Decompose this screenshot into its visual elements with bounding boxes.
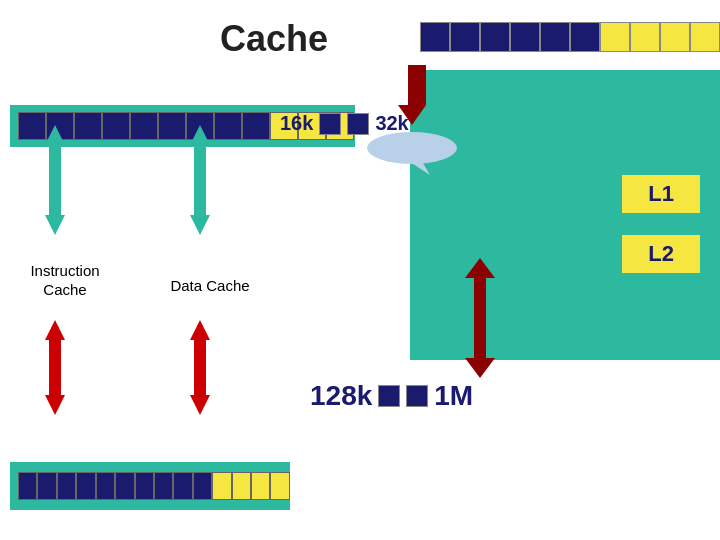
16k-text: 16k: [280, 112, 313, 135]
red-arrow-down-data-bot: [190, 395, 210, 415]
size-label-128k: 128k 1M: [310, 380, 473, 412]
l1-label: L1: [622, 175, 700, 213]
128k-text: 128k: [310, 380, 372, 412]
page-title: Cache: [220, 18, 328, 60]
data-cache-box: Data Cache: [155, 265, 265, 305]
top-right-decoration: [420, 22, 720, 52]
deco-sq-1: [420, 22, 450, 52]
data-cache-label: Data Cache: [170, 277, 249, 294]
deco-sq-4: [510, 22, 540, 52]
deco-sq-3: [480, 22, 510, 52]
deco-sq-9: [660, 22, 690, 52]
main-cache-box: [410, 70, 720, 360]
teal-shaft-instr: [49, 145, 61, 215]
teal-arrow-down-data: [190, 215, 210, 235]
red-arrow-up-instr-bot: [45, 320, 65, 340]
size-label-16k: 16k 32k: [280, 112, 409, 135]
page-container: Cache L1 L2: [0, 0, 720, 540]
l2-label: L2: [622, 235, 700, 273]
deco-sq-2: [450, 22, 480, 52]
32k-text: 32k: [375, 112, 408, 135]
1m-text: 1M: [434, 380, 473, 412]
16k-sq-dark: [319, 113, 341, 135]
red-arrow-up-data-bot: [190, 320, 210, 340]
deco-sq-5: [540, 22, 570, 52]
instruction-cache-box: Instruction Cache: [10, 250, 120, 310]
128k-sq-dark: [378, 385, 400, 407]
128k-sq-dark2: [406, 385, 428, 407]
bottom-processor-bar: [10, 462, 290, 510]
deco-sq-6: [570, 22, 600, 52]
teal-arrow-down-instr: [45, 215, 65, 235]
deco-sq-10: [690, 22, 720, 52]
deco-sq-7: [600, 22, 630, 52]
red-shaft-instr-bot: [49, 340, 61, 395]
instruction-cache-label: Instruction Cache: [30, 261, 99, 300]
teal-shaft-data: [194, 145, 206, 215]
deco-sq-8: [630, 22, 660, 52]
16k-sq-dark2: [347, 113, 369, 135]
l2-arrow-tip-down: [465, 358, 495, 378]
red-shaft-data-bot: [194, 340, 206, 395]
red-arrow-down-instr-bot: [45, 395, 65, 415]
